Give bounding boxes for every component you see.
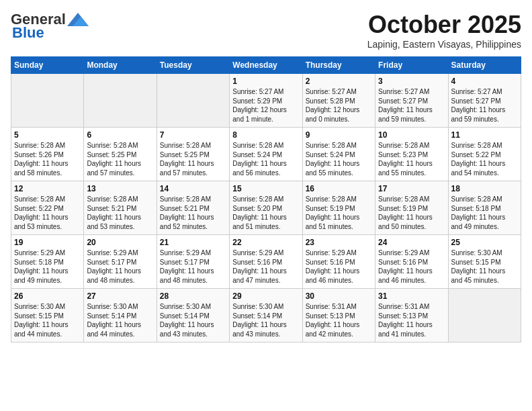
calendar-cell: 22Sunrise: 5:29 AM Sunset: 5:16 PM Dayli… <box>230 235 302 289</box>
cell-sun-info: Sunrise: 5:30 AM Sunset: 5:14 PM Dayligh… <box>232 302 299 338</box>
cell-day-number: 22 <box>232 238 299 247</box>
cell-day-number: 7 <box>160 130 226 140</box>
weekday-header-sunday: Sunday <box>11 57 84 74</box>
cell-sun-info: Sunrise: 5:27 AM Sunset: 5:29 PM Dayligh… <box>232 87 299 124</box>
cell-sun-info: Sunrise: 5:31 AM Sunset: 5:13 PM Dayligh… <box>306 302 372 338</box>
calendar-cell: 17Sunrise: 5:28 AM Sunset: 5:19 PM Dayli… <box>375 181 448 235</box>
cell-sun-info: Sunrise: 5:27 AM Sunset: 5:28 PM Dayligh… <box>306 87 372 124</box>
cell-sun-info: Sunrise: 5:28 AM Sunset: 5:23 PM Dayligh… <box>378 141 445 177</box>
calendar-cell: 11Sunrise: 5:28 AM Sunset: 5:22 PM Dayli… <box>448 128 521 181</box>
calendar-cell: 27Sunrise: 5:30 AM Sunset: 5:14 PM Dayli… <box>84 289 157 342</box>
calendar-cell: 31Sunrise: 5:31 AM Sunset: 5:13 PM Dayli… <box>375 289 448 342</box>
cell-sun-info: Sunrise: 5:31 AM Sunset: 5:13 PM Dayligh… <box>378 302 445 338</box>
calendar-cell: 20Sunrise: 5:29 AM Sunset: 5:17 PM Dayli… <box>84 235 157 289</box>
weekday-header-row: SundayMondayTuesdayWednesdayThursdayFrid… <box>11 57 521 74</box>
cell-day-number: 26 <box>14 291 81 301</box>
cell-day-number: 13 <box>87 184 153 193</box>
calendar-cell: 30Sunrise: 5:31 AM Sunset: 5:13 PM Dayli… <box>302 289 375 342</box>
cell-sun-info: Sunrise: 5:30 AM Sunset: 5:14 PM Dayligh… <box>160 302 226 338</box>
subtitle: Lapinig, Eastern Visayas, Philippines <box>367 39 521 50</box>
cell-sun-info: Sunrise: 5:28 AM Sunset: 5:19 PM Dayligh… <box>378 195 445 231</box>
calendar-cell: 18Sunrise: 5:28 AM Sunset: 5:18 PM Dayli… <box>448 181 521 235</box>
cell-sun-info: Sunrise: 5:27 AM Sunset: 5:27 PM Dayligh… <box>451 87 518 124</box>
cell-day-number: 4 <box>451 77 518 86</box>
cell-sun-info: Sunrise: 5:28 AM Sunset: 5:21 PM Dayligh… <box>87 195 153 231</box>
calendar-cell: 9Sunrise: 5:28 AM Sunset: 5:24 PM Daylig… <box>302 128 375 181</box>
cell-sun-info: Sunrise: 5:28 AM Sunset: 5:26 PM Dayligh… <box>14 141 81 177</box>
cell-day-number: 12 <box>14 184 81 193</box>
weekday-header-wednesday: Wednesday <box>230 57 302 74</box>
cell-day-number: 18 <box>451 184 518 193</box>
cell-sun-info: Sunrise: 5:30 AM Sunset: 5:14 PM Dayligh… <box>87 302 153 338</box>
calendar-cell: 10Sunrise: 5:28 AM Sunset: 5:23 PM Dayli… <box>375 128 448 181</box>
week-row-1: 1Sunrise: 5:27 AM Sunset: 5:29 PM Daylig… <box>11 74 521 128</box>
calendar-cell <box>448 289 521 342</box>
cell-day-number: 27 <box>87 291 153 301</box>
calendar-cell: 14Sunrise: 5:28 AM Sunset: 5:21 PM Dayli… <box>157 181 229 235</box>
calendar-cell: 23Sunrise: 5:29 AM Sunset: 5:16 PM Dayli… <box>302 235 375 289</box>
cell-day-number: 30 <box>306 291 372 301</box>
header: General Blue October 2025 Lapinig, Easte… <box>11 11 521 50</box>
cell-day-number: 23 <box>306 238 372 247</box>
logo: General Blue <box>11 11 89 42</box>
calendar-cell: 28Sunrise: 5:30 AM Sunset: 5:14 PM Dayli… <box>157 289 229 342</box>
cell-day-number: 17 <box>378 184 445 193</box>
cell-sun-info: Sunrise: 5:29 AM Sunset: 5:16 PM Dayligh… <box>306 248 372 285</box>
logo-blue: Blue <box>12 24 44 42</box>
calendar-cell: 25Sunrise: 5:30 AM Sunset: 5:15 PM Dayli… <box>448 235 521 289</box>
calendar-cell: 29Sunrise: 5:30 AM Sunset: 5:14 PM Dayli… <box>230 289 302 342</box>
calendar-cell: 8Sunrise: 5:28 AM Sunset: 5:24 PM Daylig… <box>230 128 302 181</box>
cell-day-number: 24 <box>378 238 445 247</box>
cell-day-number: 9 <box>306 130 372 140</box>
logo-icon <box>67 13 89 26</box>
cell-sun-info: Sunrise: 5:30 AM Sunset: 5:15 PM Dayligh… <box>451 248 518 285</box>
cell-sun-info: Sunrise: 5:27 AM Sunset: 5:27 PM Dayligh… <box>378 87 445 124</box>
cell-day-number: 16 <box>306 184 372 193</box>
weekday-header-saturday: Saturday <box>448 57 521 74</box>
cell-sun-info: Sunrise: 5:29 AM Sunset: 5:18 PM Dayligh… <box>14 248 81 285</box>
week-row-3: 12Sunrise: 5:28 AM Sunset: 5:22 PM Dayli… <box>11 181 521 235</box>
weekday-header-monday: Monday <box>84 57 157 74</box>
calendar-cell <box>84 74 157 128</box>
cell-day-number: 21 <box>160 238 226 247</box>
cell-sun-info: Sunrise: 5:28 AM Sunset: 5:20 PM Dayligh… <box>232 195 299 231</box>
week-row-4: 19Sunrise: 5:29 AM Sunset: 5:18 PM Dayli… <box>11 235 521 289</box>
cell-sun-info: Sunrise: 5:29 AM Sunset: 5:17 PM Dayligh… <box>160 248 226 285</box>
cell-day-number: 29 <box>232 291 299 301</box>
calendar-cell: 12Sunrise: 5:28 AM Sunset: 5:22 PM Dayli… <box>11 181 84 235</box>
cell-day-number: 8 <box>232 130 299 140</box>
cell-day-number: 2 <box>306 77 372 86</box>
cell-sun-info: Sunrise: 5:28 AM Sunset: 5:24 PM Dayligh… <box>306 141 372 177</box>
weekday-header-thursday: Thursday <box>302 57 375 74</box>
cell-day-number: 5 <box>14 130 81 140</box>
calendar-cell: 3Sunrise: 5:27 AM Sunset: 5:27 PM Daylig… <box>375 74 448 128</box>
calendar-cell: 26Sunrise: 5:30 AM Sunset: 5:15 PM Dayli… <box>11 289 84 342</box>
cell-sun-info: Sunrise: 5:28 AM Sunset: 5:24 PM Dayligh… <box>232 141 299 177</box>
calendar-cell: 4Sunrise: 5:27 AM Sunset: 5:27 PM Daylig… <box>448 74 521 128</box>
cell-sun-info: Sunrise: 5:28 AM Sunset: 5:19 PM Dayligh… <box>306 195 372 231</box>
cell-sun-info: Sunrise: 5:28 AM Sunset: 5:18 PM Dayligh… <box>451 195 518 231</box>
calendar-cell: 24Sunrise: 5:29 AM Sunset: 5:16 PM Dayli… <box>375 235 448 289</box>
cell-sun-info: Sunrise: 5:29 AM Sunset: 5:16 PM Dayligh… <box>378 248 445 285</box>
calendar: SundayMondayTuesdayWednesdayThursdayFrid… <box>11 56 521 342</box>
cell-day-number: 31 <box>378 291 445 301</box>
cell-day-number: 19 <box>14 238 81 247</box>
calendar-cell <box>157 74 229 128</box>
cell-sun-info: Sunrise: 5:29 AM Sunset: 5:16 PM Dayligh… <box>232 248 299 285</box>
cell-day-number: 14 <box>160 184 226 193</box>
cell-sun-info: Sunrise: 5:28 AM Sunset: 5:21 PM Dayligh… <box>160 195 226 231</box>
cell-day-number: 28 <box>160 291 226 301</box>
month-title: October 2025 <box>367 11 521 39</box>
cell-day-number: 6 <box>87 130 153 140</box>
calendar-cell: 19Sunrise: 5:29 AM Sunset: 5:18 PM Dayli… <box>11 235 84 289</box>
calendar-cell: 2Sunrise: 5:27 AM Sunset: 5:28 PM Daylig… <box>302 74 375 128</box>
cell-day-number: 10 <box>378 130 445 140</box>
cell-sun-info: Sunrise: 5:28 AM Sunset: 5:25 PM Dayligh… <box>160 141 226 177</box>
week-row-2: 5Sunrise: 5:28 AM Sunset: 5:26 PM Daylig… <box>11 128 521 181</box>
weekday-header-friday: Friday <box>375 57 448 74</box>
title-area: October 2025 Lapinig, Eastern Visayas, P… <box>367 11 521 50</box>
cell-sun-info: Sunrise: 5:28 AM Sunset: 5:25 PM Dayligh… <box>87 141 153 177</box>
cell-day-number: 20 <box>87 238 153 247</box>
cell-sun-info: Sunrise: 5:30 AM Sunset: 5:15 PM Dayligh… <box>14 302 81 338</box>
week-row-5: 26Sunrise: 5:30 AM Sunset: 5:15 PM Dayli… <box>11 289 521 342</box>
